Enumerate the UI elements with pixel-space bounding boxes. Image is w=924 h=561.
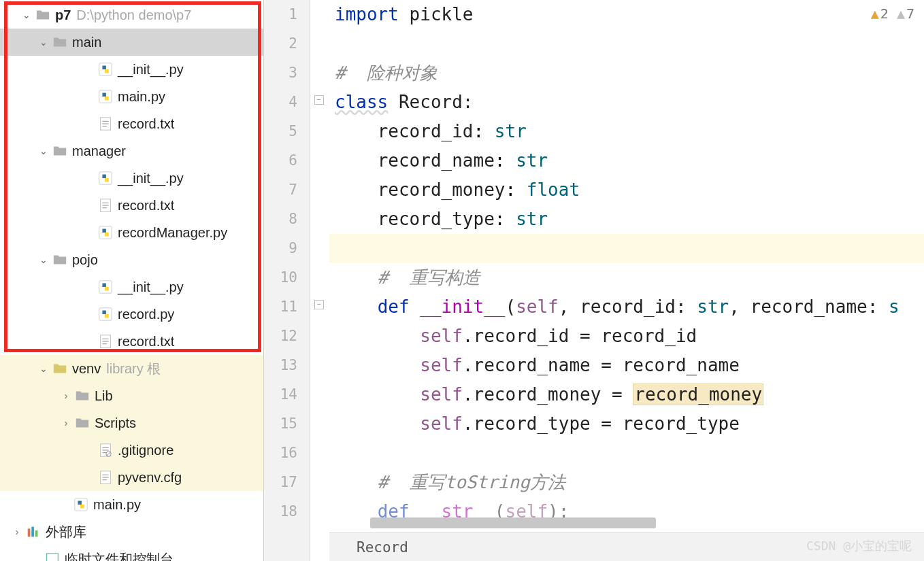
tree-item-label: record.py bbox=[118, 307, 174, 322]
tree-item-label: main.py bbox=[118, 89, 165, 105]
tree-item-label: record.txt bbox=[118, 334, 174, 350]
line-number[interactable]: 9 bbox=[264, 234, 297, 263]
tree-item-label: venv bbox=[72, 361, 101, 377]
inspection-indicators[interactable]: ▲2 ▲7 bbox=[871, 5, 914, 22]
code-line[interactable]: # 险种对象 bbox=[329, 58, 924, 88]
line-number[interactable]: 2 bbox=[264, 29, 297, 58]
txt-icon bbox=[98, 334, 113, 349]
chevron-down-icon[interactable]: ⌄ bbox=[37, 254, 50, 265]
code-line[interactable]: record_type: str bbox=[329, 205, 924, 234]
line-number[interactable]: 13 bbox=[264, 351, 297, 380]
code-line-caret[interactable] bbox=[329, 234, 924, 263]
code-line[interactable]: self.record_name = record_name bbox=[329, 351, 924, 380]
code-line[interactable]: import pickle bbox=[329, 0, 924, 29]
warning-icon: ▲ bbox=[897, 5, 905, 22]
tree-item-label: record.txt bbox=[118, 198, 174, 214]
fold-marker[interactable]: − bbox=[314, 95, 324, 105]
code-line[interactable]: def __init__(self, record_id: str, recor… bbox=[329, 292, 924, 322]
tree-item-label: .gitignore bbox=[118, 443, 174, 458]
line-number[interactable]: 4 bbox=[264, 88, 297, 117]
tree-item-gitignore[interactable]: .gitignore bbox=[0, 437, 263, 464]
tree-item-label: main bbox=[72, 35, 101, 50]
tree-item-pojo[interactable]: ⌄pojo bbox=[0, 246, 263, 273]
tree-item-venv[interactable]: ⌄venvlibrary 根 bbox=[0, 355, 263, 382]
chevron-down-icon[interactable]: ⌄ bbox=[37, 363, 50, 374]
line-number[interactable]: 12 bbox=[264, 322, 297, 351]
line-number[interactable]: 5 bbox=[264, 117, 297, 146]
code-line[interactable]: # 重写toString方法 bbox=[329, 468, 924, 497]
line-number[interactable]: 17 bbox=[264, 468, 297, 497]
code-line[interactable]: class Record: bbox=[329, 88, 924, 117]
horizontal-scrollbar[interactable] bbox=[370, 517, 656, 528]
breadcrumb-item[interactable]: Record bbox=[357, 539, 408, 556]
line-number[interactable]: 8 bbox=[264, 205, 297, 234]
tree-item-recordmanagerpy[interactable]: recordManager.py bbox=[0, 219, 263, 246]
fold-marker[interactable]: − bbox=[314, 300, 324, 309]
line-number[interactable]: 18 bbox=[264, 497, 297, 526]
code-line[interactable]: self.record_money = record_money bbox=[329, 380, 924, 409]
py-icon bbox=[98, 307, 113, 322]
tree-item-label: manager bbox=[72, 143, 126, 159]
tree-item-pyvenvcfg[interactable]: pyvenv.cfg bbox=[0, 464, 263, 491]
tree-item-mainpy[interactable]: main.py bbox=[0, 83, 263, 110]
gitignore-icon bbox=[98, 443, 113, 458]
line-number[interactable]: 3 bbox=[264, 58, 297, 88]
svg-rect-30 bbox=[31, 527, 34, 537]
line-number[interactable]: 15 bbox=[264, 409, 297, 439]
code-line[interactable]: record_name: str bbox=[329, 146, 924, 175]
code-line[interactable] bbox=[329, 29, 924, 58]
tree-item-recordtxt[interactable]: record.txt bbox=[0, 192, 263, 219]
chevron-right-icon[interactable]: › bbox=[11, 526, 23, 537]
line-number[interactable]: 1 bbox=[264, 0, 297, 29]
txt-icon bbox=[98, 470, 113, 485]
tree-item-main[interactable]: ⌄main bbox=[0, 29, 263, 56]
tree-item-recordtxt[interactable]: record.txt bbox=[0, 328, 263, 355]
folder-icon bbox=[75, 415, 90, 430]
tree-item-lib[interactable]: ›Lib bbox=[0, 382, 263, 409]
line-number[interactable]: 6 bbox=[264, 146, 297, 175]
py-icon bbox=[98, 279, 113, 294]
py-icon bbox=[98, 225, 113, 240]
tree-item-label: main.py bbox=[93, 497, 141, 513]
folder-open-icon bbox=[35, 7, 50, 22]
chevron-down-icon[interactable]: ⌄ bbox=[20, 10, 33, 20]
line-number[interactable]: 11 bbox=[264, 292, 297, 322]
tree-item-scripts[interactable]: ›Scripts bbox=[0, 409, 263, 437]
project-tree-panel[interactable]: ⌄p7D:\python demo\p7⌄main__init__.pymain… bbox=[0, 0, 264, 561]
code-line[interactable]: self.record_type = record_type bbox=[329, 409, 924, 439]
tree-item-[interactable]: 临时文件和控制台 bbox=[0, 545, 263, 561]
folder-icon bbox=[52, 35, 67, 50]
chevron-down-icon[interactable]: ⌄ bbox=[37, 37, 50, 48]
tree-item-initpy[interactable]: __init__.py bbox=[0, 165, 263, 192]
code-line[interactable]: # 重写构造 bbox=[329, 263, 924, 292]
code-line[interactable]: record_money: float bbox=[329, 175, 924, 205]
fold-strip[interactable]: − − bbox=[310, 0, 329, 561]
svg-rect-32 bbox=[47, 554, 59, 561]
tree-item-recordpy[interactable]: record.py bbox=[0, 301, 263, 328]
line-number[interactable]: 10 bbox=[264, 263, 297, 292]
code-line[interactable] bbox=[329, 439, 924, 468]
chevron-down-icon[interactable]: ⌄ bbox=[37, 146, 50, 156]
txt-icon bbox=[98, 116, 113, 131]
tree-item-initpy[interactable]: __init__.py bbox=[0, 56, 263, 83]
tree-item-p7[interactable]: ⌄p7D:\python demo\p7 bbox=[0, 1, 263, 29]
tree-item-initpy[interactable]: __init__.py bbox=[0, 273, 263, 301]
code-line[interactable]: record_id: str bbox=[329, 117, 924, 146]
code-line[interactable]: self.record_id = record_id bbox=[329, 322, 924, 351]
line-number[interactable]: 16 bbox=[264, 439, 297, 468]
chevron-right-icon[interactable]: › bbox=[60, 418, 72, 428]
folder-icon bbox=[75, 388, 90, 403]
code-editor[interactable]: ▲2 ▲7 import pickle # 险种对象 class Record:… bbox=[329, 0, 924, 561]
line-number[interactable]: 14 bbox=[264, 380, 297, 409]
tree-item-mainpy[interactable]: main.py bbox=[0, 491, 263, 518]
tree-item-recordtxt[interactable]: record.txt bbox=[0, 110, 263, 137]
warning-count: 2 bbox=[880, 5, 889, 22]
chevron-right-icon[interactable]: › bbox=[60, 390, 72, 401]
tree-item-[interactable]: ›外部库 bbox=[0, 518, 263, 545]
weak-warning-count: 7 bbox=[906, 5, 914, 22]
tree-item-manager[interactable]: ⌄manager bbox=[0, 137, 263, 165]
svg-rect-31 bbox=[35, 530, 38, 537]
folder-icon bbox=[52, 252, 67, 267]
tree-item-label: Scripts bbox=[95, 415, 136, 431]
line-number[interactable]: 7 bbox=[264, 175, 297, 205]
